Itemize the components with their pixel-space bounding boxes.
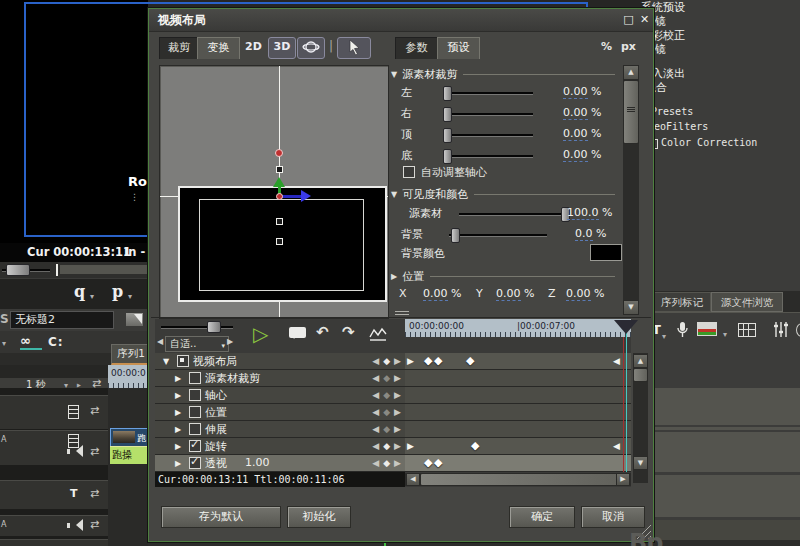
play-icon[interactable]: ▷ [253,322,268,346]
kf-checkbox[interactable] [189,372,201,384]
next-key-icon[interactable]: ▶ [394,390,401,400]
slider-thumb[interactable] [443,149,452,164]
kf-nav[interactable]: ◀◆▶ [368,458,401,468]
kf-v-scrollbar[interactable]: ▲ ▼ [633,353,648,483]
kf-nav[interactable]: ◀◆▶ [368,390,401,400]
tab-transform[interactable]: 变换 [197,37,240,59]
keyframe-diamond-icon[interactable]: ◆ [424,354,432,367]
scroll-up-icon[interactable]: ▲ [633,354,648,368]
view-2d-button[interactable]: 2D [241,37,266,57]
title-tool-caret-icon[interactable]: ▾ [662,332,666,341]
unit-pixel-button[interactable]: px [621,40,636,53]
slider-track[interactable] [459,213,569,215]
set-in-point-icon[interactable]: q [74,282,85,301]
mode-layers-icon[interactable] [697,322,717,336]
in-point-caret-icon[interactable]: ▾ [90,292,94,301]
kf-row-4[interactable]: ▶伸展◀◆▶ [155,421,405,438]
kf-playhead-line[interactable] [626,333,627,472]
save-default-button[interactable]: 存为默认 [161,506,281,528]
mode-caret-icon[interactable]: ▾ [2,339,6,348]
next-key-icon[interactable]: ▶ [394,458,401,468]
video-track-icon[interactable] [68,405,79,419]
kf-row-0[interactable]: ▼视频布局◀◆▶ [155,353,405,370]
keyframe-diamond-icon[interactable]: ◆ [466,354,474,367]
prev-key-icon[interactable]: ◀ [372,356,379,366]
kf-checkbox[interactable]: ✓ [189,457,201,469]
kf-row-1[interactable]: ▶源素材裁剪◀◆▶ [155,370,405,387]
axis-value[interactable]: 0.00 [423,287,448,301]
keyframe-diamond-icon[interactable]: ◆ [434,456,442,469]
track-sync-icon[interactable]: ⇄ [90,445,99,458]
slider-thumb[interactable] [443,107,452,122]
ok-button[interactable]: 确定 [509,506,575,528]
track-header-v[interactable]: ⇄ [0,395,108,429]
loop-mode-icon[interactable]: ∞ [20,333,31,348]
kf-checkbox[interactable] [189,389,201,401]
seek-thumb[interactable] [6,264,30,276]
kf-timeline-row-6[interactable]: ◆◆ [405,455,631,472]
section-position[interactable]: ▶ 位置 [391,269,615,284]
grid-view-icon[interactable] [738,323,756,337]
track-sync-icon[interactable]: ⇄ [90,518,99,531]
dialog-titlebar[interactable]: 视频布局 □ ✕ [149,9,653,32]
project-name-field[interactable]: 无标题2 [10,311,114,329]
collapse-icon[interactable]: ▼ [391,70,397,79]
sequence-tab[interactable]: 序列1 [111,344,151,365]
slider-track[interactable] [443,113,533,115]
next-icon[interactable]: ▶ [227,337,233,346]
collapse-icon[interactable]: ▼ [391,190,397,199]
kf-nav[interactable]: ◀◆▶ [368,424,401,434]
audio-clip[interactable]: 跑操 [110,446,150,464]
initialize-button[interactable]: 初始化 [287,506,351,528]
axis-value[interactable]: 0.00 [566,287,591,301]
next-key-icon[interactable]: ▶ [394,407,401,417]
rotate-sphere-button[interactable] [297,37,325,59]
param-value[interactable]: 0.00 % [563,127,601,140]
prev-key-icon[interactable]: ◀ [372,373,379,383]
view-3d-button[interactable]: 3D [268,37,296,59]
out-point-caret-icon[interactable]: ▾ [128,292,132,301]
bottom-edge-handle[interactable] [276,238,283,245]
kf-ruler[interactable]: 00:00:00:00 |00:00:07:00 [405,319,631,337]
rotate-handle[interactable] [275,149,283,157]
section-visibility[interactable]: ▼ 可见度和颜色 [391,187,615,202]
param-value[interactable]: 100.0 [567,206,599,220]
prev-key-icon[interactable]: ◀ [372,458,379,468]
keyframe-diamond-icon[interactable]: ◆ [424,456,432,469]
add-key-icon[interactable]: ◆ [383,441,390,451]
effects-tree-item[interactable]: Color Correction [661,137,757,148]
slider-track[interactable] [443,92,533,94]
kf-zoom-track[interactable] [161,326,233,328]
param-value[interactable]: 0.00 % [563,106,601,119]
track-sync-icon[interactable]: ⇄ [90,487,99,500]
kf-nav[interactable]: ◀◆▶ [368,356,401,366]
slider-track[interactable] [443,134,533,136]
prev-key-icon[interactable]: ◀ [372,441,379,451]
prev-key-icon[interactable]: ◀ [372,424,379,434]
tab-presets[interactable]: 预设 [437,37,480,59]
auto-pivot-checkbox[interactable] [403,166,415,178]
c-mode-icon[interactable]: C: [48,335,64,349]
scroll-up-icon[interactable]: ▲ [623,65,639,80]
keyframe-diamond-icon[interactable]: ◆ [471,439,479,452]
layers-caret-icon[interactable]: ▾ [723,330,727,339]
interpolation-dropdown[interactable]: 自适.. ▾ [165,336,229,352]
add-key-icon[interactable]: ◆ [383,407,390,417]
select-tool-button[interactable] [337,37,371,59]
prev-icon[interactable]: ◀ [157,337,163,346]
expand-icon[interactable]: ▶ [391,272,397,281]
kf-row-5[interactable]: ▶✓旋转◀◆▶ [155,438,405,455]
track-header-va[interactable]: A ⇄ [0,430,108,465]
empty-track-row[interactable] [651,475,800,517]
prev-key-icon[interactable]: ◀ [372,390,379,400]
kf-playhead-marker[interactable] [614,320,638,334]
splitter-grip[interactable] [395,311,409,316]
close-icon[interactable]: ✕ [637,13,652,28]
seek-track[interactable] [60,265,148,274]
comment-bubble-icon[interactable] [289,327,306,338]
slider-thumb[interactable] [443,86,452,101]
empty-track-row[interactable] [651,432,800,472]
prev-key-icon[interactable]: ◀ [372,407,379,417]
kf-h-scrollbar[interactable]: ◀ ▶ [405,473,631,486]
maximize-icon[interactable]: □ [621,13,636,28]
